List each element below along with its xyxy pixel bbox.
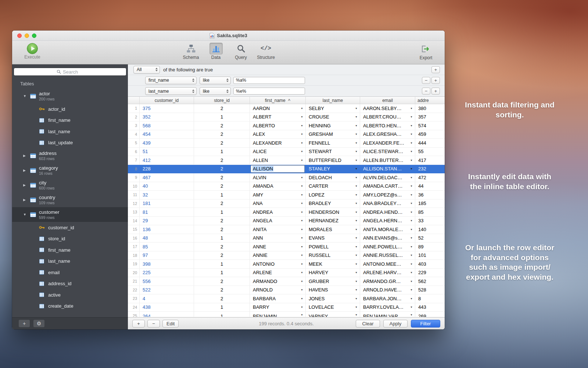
cell-store-id[interactable]: 1 xyxy=(194,113,250,121)
structure-button[interactable]: </> Structure xyxy=(255,43,277,60)
cell-last-name[interactable]: HENNING▼ xyxy=(306,121,360,130)
cell-email[interactable]: AMY.LOPEZ@s…▼ xyxy=(360,191,415,199)
chevron-down-icon[interactable]: ▼ xyxy=(301,245,304,248)
cell-address-id[interactable]: 444 xyxy=(415,139,445,147)
cell-store-id[interactable]: 1 xyxy=(194,303,250,312)
chevron-down-icon[interactable]: ▼ xyxy=(301,297,304,300)
filter-scope-select[interactable]: All xyxy=(133,66,160,74)
cell-customer-id[interactable]: 556 xyxy=(140,277,194,286)
chevron-down-icon[interactable]: ▼ xyxy=(355,271,358,274)
cell-customer-id[interactable]: 439 xyxy=(140,139,194,147)
chevron-down-icon[interactable]: ▼ xyxy=(355,263,358,265)
chevron-down-icon[interactable]: ▼ xyxy=(301,116,304,118)
cell-customer-id[interactable]: 32 xyxy=(140,191,194,199)
chevron-down-icon[interactable]: ▼ xyxy=(410,314,413,316)
cell-store-id[interactable]: 1 xyxy=(194,260,250,268)
chevron-down-icon[interactable]: ▼ xyxy=(410,159,413,162)
chevron-down-icon[interactable]: ▼ xyxy=(355,297,358,300)
cell-store-id[interactable]: 2 xyxy=(194,243,250,251)
cell-last-name[interactable]: CARTER▼ xyxy=(306,182,360,191)
cell-last-name[interactable]: CROUSE▼ xyxy=(306,113,360,121)
cell-store-id[interactable]: 2 xyxy=(194,104,250,113)
table-row[interactable]: 225222ARNOLD▼HAVENS▼ARNOLD.HAVE…▼528 xyxy=(128,286,445,295)
cell-first-name[interactable]: AMANDA▼ xyxy=(250,182,306,191)
cell-customer-id[interactable]: 467 xyxy=(140,173,194,182)
chevron-down-icon[interactable]: ▼ xyxy=(410,289,413,291)
table-row[interactable]: 215562ARMANDO▼GRUBER▼ARMANDO.GR…▼562 xyxy=(128,277,445,286)
cell-email[interactable]: ALEX.GRESHA…▼ xyxy=(360,130,415,139)
query-button[interactable]: Query xyxy=(230,43,252,60)
remove-rule-button[interactable]: − xyxy=(422,77,430,84)
table-row[interactable]: 82282ALLISONSTANLEY▼ALLISON.STAN…▼232 xyxy=(128,165,445,174)
cell-first-name[interactable]: BARBARA▼ xyxy=(250,294,306,303)
cell-address-id[interactable]: 443 xyxy=(415,303,445,312)
table-row[interactable]: 14292ANGELA▼HERNANDEZ▼ANGELA.HERN…▼33 xyxy=(128,217,445,226)
cell-last-name[interactable]: HARVEY▼ xyxy=(306,269,360,277)
column-header-last-name[interactable]: last_name xyxy=(306,97,360,104)
cell-address-id[interactable]: 574 xyxy=(415,121,445,130)
sidebar-column-last_name[interactable]: last_name xyxy=(12,256,128,267)
chevron-down-icon[interactable]: ▼ xyxy=(23,94,27,98)
cell-last-name[interactable]: STANLEY▼ xyxy=(306,165,360,173)
export-button[interactable]: Export xyxy=(415,43,437,60)
chevron-down-icon[interactable]: ▼ xyxy=(410,116,413,118)
cell-address-id[interactable]: 44 xyxy=(415,182,445,191)
chevron-down-icon[interactable]: ▼ xyxy=(410,211,413,213)
sidebar-table-address[interactable]: ▶address603 rows xyxy=(12,148,128,163)
chevron-down-icon[interactable]: ▼ xyxy=(410,297,413,300)
cell-address-id[interactable]: 85 xyxy=(415,208,445,216)
chevron-down-icon[interactable]: ▼ xyxy=(301,211,304,213)
cell-store-id[interactable]: 1 xyxy=(194,148,250,156)
cell-email[interactable]: ALLEN.BUTTER…▼ xyxy=(360,156,415,164)
cell-first-name[interactable]: ALBERTO▼ xyxy=(250,121,306,130)
chevron-down-icon[interactable]: ▼ xyxy=(410,271,413,274)
cell-customer-id[interactable]: 264 xyxy=(140,312,194,317)
search-input[interactable] xyxy=(63,69,83,75)
chevron-down-icon[interactable]: ▼ xyxy=(355,254,358,256)
chevron-down-icon[interactable]: ▼ xyxy=(355,211,358,213)
table-row[interactable]: 17852ANNE▼POWELL▼ANNE.POWELL…▼89 xyxy=(128,243,445,251)
execute-button[interactable]: Execute xyxy=(22,43,43,60)
table-row[interactable]: 44542ALEX▼GRESHAM▼ALEX.GRESHA…▼459 xyxy=(128,130,445,139)
cell-address-id[interactable]: 140 xyxy=(415,225,445,234)
rule2-operator-select[interactable]: like xyxy=(200,87,231,95)
cell-last-name[interactable]: BRADLEY▼ xyxy=(306,199,360,208)
cell-last-name[interactable]: POWELL▼ xyxy=(306,243,360,251)
chevron-down-icon[interactable]: ▼ xyxy=(355,194,358,196)
cell-email[interactable]: ALBERTO.HEN…▼ xyxy=(360,121,415,130)
add-rule-button[interactable]: + xyxy=(431,66,440,73)
chevron-down-icon[interactable]: ▼ xyxy=(301,228,304,231)
sidebar-table-country[interactable]: ▶country109 rows xyxy=(12,192,128,207)
chevron-down-icon[interactable]: ▼ xyxy=(410,194,413,196)
chevron-right-icon[interactable]: ▶ xyxy=(23,183,27,187)
table-row[interactable]: 202251ARLENE▼HARVEY▼ARLENE.HARV…▼229 xyxy=(128,269,445,277)
rule2-field-select[interactable]: last_name xyxy=(145,87,197,95)
chevron-down-icon[interactable]: ▼ xyxy=(410,228,413,231)
cell-customer-id[interactable]: 181 xyxy=(140,199,194,208)
cell-store-id[interactable]: 1 xyxy=(194,269,250,277)
chevron-down-icon[interactable]: ▼ xyxy=(410,150,413,153)
cell-first-name[interactable]: ANGELA▼ xyxy=(250,217,306,225)
chevron-right-icon[interactable]: ▶ xyxy=(23,198,27,202)
cell-last-name[interactable]: JONES▼ xyxy=(306,294,360,303)
cell-address-id[interactable]: 417 xyxy=(415,156,445,164)
chevron-down-icon[interactable]: ▼ xyxy=(355,280,358,283)
data-button[interactable]: Data xyxy=(205,43,227,60)
chevron-down-icon[interactable]: ▼ xyxy=(355,219,358,222)
cell-first-name[interactable]: ARNOLD▼ xyxy=(250,286,306,294)
table-row[interactable]: 244381BARRY▼LOVELACE▼BARRY.LOVELA…▼443 xyxy=(128,303,445,312)
cell-store-id[interactable]: 2 xyxy=(194,286,250,294)
cell-email[interactable]: BARBARA.JON…▼ xyxy=(360,294,415,303)
cell-address-id[interactable]: 52 xyxy=(415,234,445,243)
cell-customer-id[interactable]: 81 xyxy=(140,208,194,216)
cell-first-name[interactable]: ANNE▼ xyxy=(250,243,306,251)
cell-customer-id[interactable]: 522 xyxy=(140,286,194,294)
cell-customer-id[interactable]: 48 xyxy=(140,234,194,243)
cell-last-name[interactable]: RUSSELL▼ xyxy=(306,251,360,260)
cell-address-id[interactable]: 232 xyxy=(415,165,445,173)
cell-first-name[interactable]: ANTONIO▼ xyxy=(250,260,306,268)
cell-first-name-editing[interactable]: ALLISON xyxy=(250,165,306,173)
cell-last-name[interactable]: HERNANDEZ▼ xyxy=(306,217,360,225)
chevron-down-icon[interactable]: ▼ xyxy=(355,185,358,187)
cell-first-name[interactable]: BARRY▼ xyxy=(250,303,306,312)
